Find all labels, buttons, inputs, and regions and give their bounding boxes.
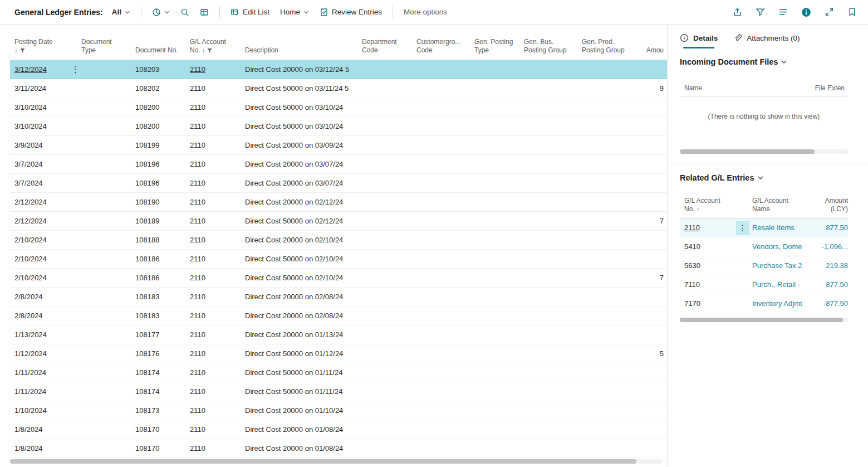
cell-description[interactable]: Direct Cost 20000 on 03/07/24 [241,160,357,168]
cell-gl-account-no[interactable]: 2110 [185,103,241,111]
cell-amount[interactable]: 9 [641,84,667,93]
cell-document-no[interactable]: 108196 [131,179,185,187]
search-button[interactable] [179,6,191,19]
table-row[interactable]: 1/8/20241081702110Direct Cost 20000 on 0… [10,439,667,458]
cell-posting-date[interactable]: 2/10/2024 [10,255,77,263]
cell-document-no[interactable]: 108188 [131,236,185,244]
analyze-mode-button[interactable] [198,6,210,19]
column-header-file-extension[interactable]: File Exten [815,84,845,92]
gl-account-name-link[interactable]: Purch., Retail - D... [752,280,802,289]
gl-account-name-link[interactable]: Vendors, Domes... [752,242,802,251]
cell-posting-date[interactable]: 1/8/2024 [10,444,77,453]
cell-gl-account-no[interactable]: 2110 [185,312,241,320]
tab-details[interactable]: Details [680,33,718,48]
cell-posting-date[interactable]: 1/13/2024 [10,330,77,339]
cell-description[interactable]: Direct Cost 20000 on 02/08/24 [241,312,357,320]
related-gl-entries-header[interactable]: Related G/L Entries [680,173,848,182]
cell-description[interactable]: Direct Cost 50000 on 03/10/24 [241,103,357,111]
cell-document-no[interactable]: 108200 [131,103,185,111]
cell-posting-date[interactable]: 1/11/2024 [10,387,77,396]
table-row[interactable]: 2/8/20241081832110Direct Cost 20000 on 0… [10,307,667,325]
cell-description[interactable]: Direct Cost 50000 on 02/10/24 [241,255,357,263]
cell-description[interactable]: Direct Cost 50000 on 03/10/24 [241,122,357,130]
table-row[interactable]: 3/12/2024⋮1082032110Direct Cost 20000 on… [10,60,667,79]
cell-posting-date[interactable]: 3/7/2024 [10,179,77,187]
edit-list-button[interactable]: Edit List [229,6,271,19]
view-options-button[interactable] [777,6,789,18]
cell-gl-account-no[interactable]: 2110 [185,293,241,301]
cell-amount[interactable]: 7 [641,274,667,282]
cell-gl-account-no[interactable]: 2110 [185,217,241,225]
gl-account-name-link[interactable]: Inventory Adjmt... [752,299,802,308]
column-header-cust[interactable]: Customergro...Code [412,25,470,60]
cell-document-no[interactable]: 108173 [131,406,185,415]
cell-gl-account-no[interactable]: 2110 [185,406,241,415]
cell-gl-account-no[interactable]: 2110 [185,84,241,93]
gl-account-name-link[interactable]: Purchase Tax 25 % [752,261,802,270]
cell-amount[interactable]: 7 [641,217,667,225]
cell-posting-date[interactable]: 1/11/2024 [10,368,77,377]
expand-button[interactable] [823,6,835,18]
cell-posting-date[interactable]: 2/10/2024 [10,236,77,244]
cell-gl-account-no[interactable]: 2110 [185,425,241,434]
cell-gl-account-no[interactable]: 2110 [185,198,241,206]
cell-posting-date[interactable]: 1/12/2024 [10,349,77,358]
cell-description[interactable]: Direct Cost 20000 on 01/10/24 [241,406,357,415]
cell-document-no[interactable]: 108170 [131,425,185,434]
cell-gl-account-no[interactable]: 2110 [185,236,241,244]
column-header-name[interactable]: Name [684,84,702,92]
cell-document-no[interactable]: 108174 [131,387,185,396]
filter-pane-button[interactable] [754,6,766,18]
cell-gl-account-no[interactable]: 2110 [185,368,241,377]
incoming-files-scrollbar[interactable] [680,149,848,154]
cell-gl-account-no[interactable]: 2110 [185,179,241,187]
related-entry-row[interactable]: 5630Purchase Tax 25 %219.38 [680,256,848,275]
table-row[interactable]: 1/12/20241081762110Direct Cost 50000 on … [10,344,667,363]
cell-description[interactable]: Direct Cost 50000 on 01/11/24 [241,368,357,377]
column-header-gl-account-no[interactable]: G/L AccountNo. ↑ [680,197,733,213]
column-header-doc_no[interactable]: Document No. [131,25,185,60]
cell-description[interactable]: Direct Cost 50000 on 02/10/24 [241,274,357,282]
cell-document-no[interactable]: 108177 [131,330,185,339]
cell-gl-account-no[interactable]: 2110 [185,141,241,149]
cell-description[interactable]: Direct Cost 50000 on 02/12/24 [241,217,357,225]
column-header-gen_prod[interactable]: Gen. Prod.Posting Group [577,25,641,60]
table-row[interactable]: 1/13/20241081772110Direct Cost 20000 on … [10,325,667,344]
cell-description[interactable]: Direct Cost 50000 on 01/11/24 [241,387,357,396]
table-row[interactable]: 3/7/20241081962110Direct Cost 20000 on 0… [10,174,667,193]
cell-description[interactable]: Direct Cost 20000 on 03/12/24 5 [241,65,357,74]
table-row[interactable]: 2/10/20241081882110Direct Cost 20000 on … [10,231,667,250]
row-context-menu-button[interactable]: ⋮ [68,60,83,79]
cell-document-no[interactable]: 108199 [131,141,185,149]
cell-description[interactable]: Direct Cost 20000 on 03/09/24 [241,141,357,149]
cell-related-account-no[interactable]: 7110 [680,280,733,289]
analysis-views-button[interactable] [150,6,171,19]
scrollbar-thumb[interactable] [10,459,636,464]
amount-drilldown-link[interactable]: -1,096... [821,242,848,251]
table-row[interactable]: 2/8/20241081832110Direct Cost 20000 on 0… [10,288,667,307]
table-row[interactable]: 2/12/20241081902110Direct Cost 20000 on … [10,193,667,212]
column-header-amount[interactable]: Amou [641,25,667,60]
cell-document-no[interactable]: 108202 [131,84,185,93]
cell-description[interactable]: Direct Cost 20000 on 01/08/24 [241,425,357,434]
cell-gl-account-no[interactable]: 2110 [185,160,241,168]
cell-document-no[interactable]: 108183 [131,312,185,320]
cell-document-no[interactable]: 108174 [131,368,185,377]
table-row[interactable]: 2/10/20241081862110Direct Cost 50000 on … [10,269,667,288]
related-entries-scrollbar[interactable] [680,318,848,322]
cell-document-no[interactable]: 108196 [131,160,185,168]
bookmark-button[interactable] [846,6,858,18]
cell-posting-date[interactable]: 3/10/2024 [10,103,77,111]
cell-gl-account-no[interactable]: 2110 [185,122,241,130]
table-row[interactable]: 2/12/20241081892110Direct Cost 50000 on … [10,212,667,231]
cell-posting-date[interactable]: 2/12/2024 [10,217,77,225]
cell-description[interactable]: Direct Cost 50000 on 01/12/24 [241,349,357,358]
cell-gl-account-no[interactable]: 2110 [185,330,241,339]
cell-related-account-no[interactable]: 5410 [680,242,733,251]
cell-related-account-no[interactable]: 5630 [680,261,733,270]
column-header-posting_date[interactable]: Posting Date↓ [10,25,77,60]
related-entry-row[interactable]: 7170Inventory Adjmt...-877.50 [680,294,848,313]
cell-description[interactable]: Direct Cost 20000 on 03/07/24 [241,179,357,187]
cell-related-account-no[interactable]: 7170 [680,299,733,308]
table-row[interactable]: 1/10/20241081732110Direct Cost 20000 on … [10,401,667,420]
